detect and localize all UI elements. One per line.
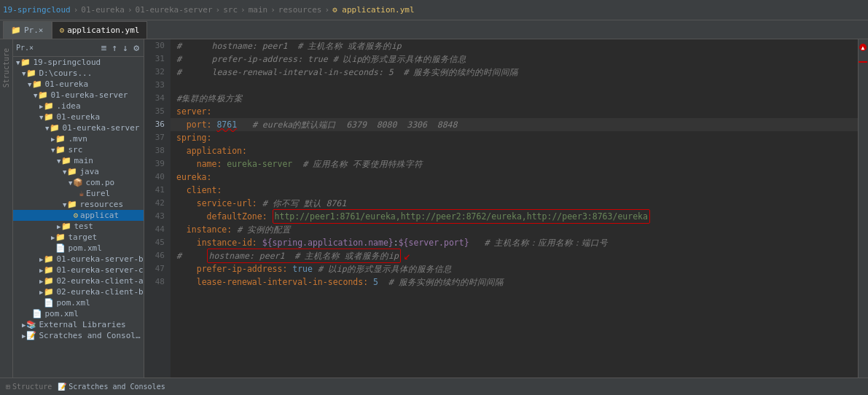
structure-label[interactable]: Structure: [1, 45, 12, 90]
tree-label: .mvn: [68, 134, 87, 144]
arrow-icon: ▼: [16, 59, 20, 66]
tree-item-01-eureka-nested[interactable]: ▼ 📁 01-eureka: [13, 112, 144, 122]
bottom-item-structure[interactable]: ⊞ Structure: [6, 383, 52, 391]
tree-item-01-eureka-server-b[interactable]: ▶ 📁 01-eureka-server-b: [13, 254, 144, 265]
tree-item-idea[interactable]: ▶ 📁 .idea: [13, 101, 144, 112]
tree-item-test[interactable]: ▶ 📁 test: [13, 221, 144, 232]
xml-icon: 📄: [44, 298, 54, 308]
tree-item-19-springcloud[interactable]: ▼ 📁 19-springcloud: [13, 57, 144, 68]
tree-item-eurel[interactable]: ☕ Eurel: [13, 188, 144, 199]
tree-item-01-eureka-server-c[interactable]: ▶ 📁 01-eureka-server-c: [13, 265, 144, 275]
tree-item-resources[interactable]: ▼ 📁 resources: [13, 199, 144, 210]
code-key: spring:: [176, 131, 211, 144]
bottom-bar: ⊞ Structure 📝 Scratches and Consoles: [0, 378, 868, 395]
arrow-icon: ▶: [39, 256, 43, 263]
code-line-46: # hostname: peer1 # 主机名称 或者服务的ip ↙: [171, 249, 858, 262]
tree-label: .idea: [56, 101, 80, 111]
code-line-48: lease-renewal-interval-in-seconds: 5 # 服…: [171, 275, 858, 289]
tree-item-01-eureka-server[interactable]: ▼ 📁 01-eureka-server: [13, 90, 144, 101]
breadcrumb-item-3[interactable]: 01-eureka-server: [136, 5, 213, 15]
code-text: [176, 118, 187, 131]
code-key: service-url:: [197, 197, 257, 210]
bottom-item-scratches[interactable]: 📝 Scratches and Consoles: [58, 383, 165, 391]
folder-icon: 📁: [20, 58, 31, 67]
breadcrumb-item-6[interactable]: resources: [278, 5, 322, 15]
arrow-icon: ▶: [39, 289, 43, 296]
tree-label: External Libraries: [39, 320, 125, 329]
tree-item-pom-xml-nested[interactable]: 📄 pom.xml: [13, 243, 144, 254]
tree-label: 02-eureka-client-a: [56, 276, 143, 286]
tree-item-external-libraries[interactable]: ▶ 📚 External Libraries: [13, 319, 144, 330]
tree-item-src[interactable]: ▼ 📁 src: [13, 144, 144, 155]
line-num-31: 31: [147, 52, 165, 66]
editor-content[interactable]: # hostname: peer1 # 主机名称 或者服务的ip # prefe…: [171, 39, 858, 378]
folder-icon: 📁: [67, 167, 77, 176]
code-colon: :: [394, 236, 399, 249]
code-line-31: # prefer-ip-address: true # 以ip的形式显示具体的服…: [171, 52, 858, 66]
right-gutter: ▲: [858, 39, 868, 378]
code-comment: # 实例的配置: [232, 223, 291, 236]
code-key: instance-id:: [197, 236, 257, 249]
code-space: [287, 262, 292, 275]
toolbar-btn-settings[interactable]: ⚙: [132, 42, 141, 54]
tree-item-target[interactable]: ▶ 📁 target: [13, 232, 144, 243]
tree-item-application-yml[interactable]: ⚙ applicat: [13, 210, 144, 221]
code-indent: [176, 210, 207, 223]
code-indent: [176, 223, 187, 236]
arrow-icon: ▼: [34, 92, 37, 99]
tree-item-scratches[interactable]: ▶ 📝 Scratches and Consoles: [13, 330, 144, 341]
arrow-icon: [28, 310, 31, 318]
tree-label: 01-eureka-server: [50, 90, 128, 100]
line-num-47: 47: [147, 262, 165, 275]
folder-icon: 📁: [67, 200, 77, 209]
tree-item-com-po[interactable]: ▼ 📦 com.po: [13, 177, 144, 188]
code-indent: [176, 275, 197, 289]
arrow-icon: ▼: [63, 201, 66, 208]
code-line-33: [171, 79, 858, 92]
main-content: Structure Pr.× ≡ ↑ ↓ ⚙ ▼ 📁 19-springclou…: [0, 39, 868, 378]
code-indent: [176, 236, 197, 249]
arrow-icon: ▶: [39, 103, 43, 110]
scratch-icon: 📝: [26, 331, 36, 340]
line-num-41: 41: [147, 184, 165, 197]
tab-project-label: Pr.×: [24, 26, 44, 35]
code-comment: # 你不写 默认 8761: [257, 197, 346, 210]
breadcrumb-item-1[interactable]: 19-springcloud: [3, 5, 71, 15]
folder-icon: 📁: [44, 287, 54, 297]
arrow-icon: ▼: [45, 125, 49, 132]
library-icon: 📚: [26, 320, 36, 329]
tree-item-01-eureka-server-nested[interactable]: ▼ 📁 01-eureka-server: [13, 122, 144, 133]
toolbar-btn-collapse[interactable]: ≡: [100, 42, 109, 54]
line-numbers: 30 31 32 33 34 35 36 37 38 39 40 41 42 4…: [144, 39, 171, 378]
code-text: #集群的终极方案: [176, 92, 243, 105]
code-hash: #: [176, 249, 207, 262]
tree-item-02-eureka-client-b[interactable]: ▶ 📁 02-eureka-client-b: [13, 286, 144, 297]
tab-project[interactable]: 📁 Pr.×: [3, 21, 52, 39]
code-indent: [176, 184, 187, 197]
code-space: [257, 236, 262, 249]
toolbar-btn-up[interactable]: ↑: [111, 42, 120, 54]
tree-item-pom-xml-top[interactable]: 📄 pom.xml: [13, 308, 144, 319]
arrow-icon: ▼: [51, 146, 55, 154]
breadcrumb-item-7[interactable]: ⚙ application.yml: [332, 5, 415, 15]
tree-item-01-eureka[interactable]: ▼ 📁 01-eureka: [13, 79, 144, 90]
tree-label: 02-eureka-client-b: [56, 287, 143, 297]
folder-icon: 📁: [61, 156, 71, 165]
tree-item-02-eureka-client-a[interactable]: ▶ 📁 02-eureka-client-a: [13, 275, 144, 286]
toolbar-btn-down[interactable]: ↓: [121, 42, 130, 54]
tree-label: pom.xml: [56, 298, 90, 308]
tab-application-yml[interactable]: ⚙ application.yml: [52, 21, 148, 39]
code-indent: [176, 157, 197, 171]
breadcrumb-item-4[interactable]: src: [223, 5, 238, 15]
arrow-icon: ▼: [63, 168, 66, 176]
tree-item-java[interactable]: ▼ 📁 java: [13, 166, 144, 177]
breadcrumb-item-5[interactable]: main: [249, 5, 268, 15]
arrow-icon: [69, 212, 72, 219]
breadcrumb-item-2[interactable]: 01-eureka: [81, 5, 125, 15]
tree-item-courses[interactable]: ▼ 📁 D:\cours...: [13, 68, 144, 79]
tree-item-mvn[interactable]: ▶ 📁 .mvn: [13, 133, 144, 144]
breadcrumb: 19-springcloud › 01-eureka › 01-eureka-s…: [3, 5, 415, 15]
tree-item-pom-xml-mid[interactable]: 📄 pom.xml: [13, 297, 144, 308]
tree-item-main[interactable]: ▼ 📁 main: [13, 155, 144, 166]
folder-icon: 📁: [44, 276, 54, 286]
